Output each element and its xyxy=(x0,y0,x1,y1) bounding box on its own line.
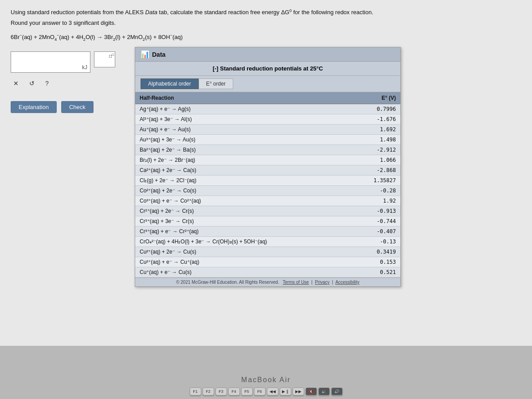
table-row: Cr³⁺(aq) + 3e⁻ → Cr(s)-0.744 xyxy=(135,216,400,227)
reaction-eo: 1.92 xyxy=(351,196,400,206)
action-buttons: Explanation Check xyxy=(11,101,126,113)
privacy-link[interactable]: Privacy xyxy=(315,280,329,285)
reaction-eo: 0.521 xyxy=(351,267,400,278)
panel-footer: © 2021 McGraw-Hill Education. All Rights… xyxy=(135,278,400,286)
reactions-table-area[interactable]: Half-Reaction E° (V) Ag⁺(aq) + e⁻ → Ag(s… xyxy=(135,92,400,278)
tab-row: Alphabetical order E° order xyxy=(135,76,400,92)
reaction-eo: -2.868 xyxy=(351,165,400,176)
table-row: Au³⁺(aq) + 3e⁻ → Au(s)1.498 xyxy=(135,135,400,145)
table-row: Br₂(l) + 2e⁻ → 2Br⁻(aq)1.066 xyxy=(135,155,400,165)
reaction-formula: Co²⁺(aq) + 2e⁻ → Co(s) xyxy=(135,186,351,196)
tab-alphabetical[interactable]: Alphabetical order xyxy=(141,78,199,89)
tab-eo-order[interactable]: E° order xyxy=(199,78,233,89)
terms-link[interactable]: Terms of Use xyxy=(283,280,309,285)
table-row: Co²⁺(aq) + 2e⁻ → Co(s)-0.28 xyxy=(135,186,400,196)
reaction-formula: Cu²⁺(aq) + e⁻ → Cu⁺(aq) xyxy=(135,257,351,267)
table-row: Cl₂(g) + 2e⁻ → 2Cl⁻(aq)1.35827 xyxy=(135,176,400,186)
help-button[interactable]: ? xyxy=(43,79,51,88)
key-f7[interactable]: ◀◀ xyxy=(267,387,278,395)
table-row: Cr²⁺(aq) + 2e⁻ → Cr(s)-0.913 xyxy=(135,206,400,216)
table-row: Au⁺(aq) + e⁻ → Au(s)1.692 xyxy=(135,125,400,135)
key-f12[interactable]: 🔊 xyxy=(331,387,343,395)
panel-title: [-] Standard reduction potentials at 25°… xyxy=(135,62,400,76)
reaction-eo: -0.28 xyxy=(351,186,400,196)
reaction-formula: Cr³⁺(aq) + e⁻ → Cr²⁺(aq) xyxy=(135,227,351,237)
table-row: Al³⁺(aq) + 3e⁻ → Al(s)-1.676 xyxy=(135,114,400,125)
reaction-formula: Cr³⁺(aq) + 3e⁻ → Cr(s) xyxy=(135,216,351,227)
keyboard-row: F1 F2 F3 F4 F5 F6 ◀◀ ▶ ‖ ▶▶ 🔇 🔉 🔊 xyxy=(190,387,343,395)
macbook-label: MacBook Air xyxy=(241,376,291,384)
reaction-formula: Ag⁺(aq) + e⁻ → Ag(s) xyxy=(135,104,351,114)
key-f2[interactable]: F2 xyxy=(203,387,214,395)
data-panel: 📊 Data [-] Standard reduction potentials… xyxy=(135,47,401,287)
keyboard-area: MacBook Air F1 F2 F3 F4 F5 F6 ◀◀ ▶ ‖ ▶▶ … xyxy=(0,346,532,399)
reaction-eo: 0.7996 xyxy=(351,104,400,114)
key-f6[interactable]: F6 xyxy=(254,387,266,395)
question-line2: Round your answer to 3 significant digit… xyxy=(11,20,521,26)
reaction-formula: CrO₄²⁻(aq) + 4H₂O(l) + 3e⁻ → Cr(OH)₃(s) … xyxy=(135,237,351,247)
copyright-text: © 2021 McGraw-Hill Education. All Rights… xyxy=(176,280,279,285)
reaction-eo: 0.3419 xyxy=(351,247,400,257)
exponent-input[interactable]: □□ xyxy=(94,51,115,67)
reaction-eo: -0.407 xyxy=(351,227,400,237)
clear-button[interactable]: ✕ xyxy=(11,79,21,88)
data-panel-title: Data xyxy=(152,51,165,58)
reaction-formula: Co³⁺(aq) + e⁻ → Co²⁺(aq) xyxy=(135,196,351,206)
key-f9[interactable]: ▶▶ xyxy=(293,387,304,395)
table-row: Cu²⁺(aq) + 2e⁻ → Cu(s)0.3419 xyxy=(135,247,400,257)
reaction-eo: -1.676 xyxy=(351,114,400,125)
reaction-eo: 1.066 xyxy=(351,155,400,165)
key-f11[interactable]: 🔉 xyxy=(318,387,330,395)
superscript-icon: □□ xyxy=(109,53,114,59)
check-button[interactable]: Check xyxy=(61,101,94,113)
table-row: Ca²⁺(aq) + 2e⁻ → Ca(s)-2.868 xyxy=(135,165,400,176)
reaction-eo: -2.912 xyxy=(351,145,400,155)
table-row: Ag⁺(aq) + e⁻ → Ag(s)0.7996 xyxy=(135,104,400,114)
col-header-eo: E° (V) xyxy=(351,92,400,104)
table-row: Cu⁺(aq) + e⁻ → Cu(s)0.521 xyxy=(135,267,400,278)
reaction-eo: -0.744 xyxy=(351,216,400,227)
bar-chart-icon: 📊 xyxy=(141,50,149,59)
reaction-eo: -0.13 xyxy=(351,237,400,247)
reaction-eo: 1.498 xyxy=(351,135,400,145)
answer-area: kJ □□ ✕ ↺ ? Explanation Check xyxy=(11,47,126,113)
reaction-eo: 1.692 xyxy=(351,125,400,135)
reaction-eo: 0.153 xyxy=(351,257,400,267)
reaction-formula: Au⁺(aq) + e⁻ → Au(s) xyxy=(135,125,351,135)
table-row: Cr³⁺(aq) + e⁻ → Cr²⁺(aq)-0.407 xyxy=(135,227,400,237)
key-f8[interactable]: ▶ ‖ xyxy=(280,387,291,395)
key-f5[interactable]: F5 xyxy=(241,387,253,395)
undo-button[interactable]: ↺ xyxy=(27,79,37,88)
equation: 6Br−(aq) + 2MnO4−(aq) + 4H2O(l) → 3Br2(l… xyxy=(11,32,521,43)
controls-row: ✕ ↺ ? xyxy=(11,79,126,88)
data-panel-header: 📊 Data xyxy=(135,47,400,62)
key-f4[interactable]: F4 xyxy=(228,387,240,395)
col-header-half-reaction: Half-Reaction xyxy=(135,92,351,104)
answer-input[interactable]: kJ xyxy=(11,51,90,73)
reaction-formula: Ba²⁺(aq) + 2e⁻ → Ba(s) xyxy=(135,145,351,155)
key-f10[interactable]: 🔇 xyxy=(305,387,317,395)
question-line1: Using standard reduction potentials from… xyxy=(11,8,521,17)
reaction-formula: Cr²⁺(aq) + 2e⁻ → Cr(s) xyxy=(135,206,351,216)
reaction-formula: Ca²⁺(aq) + 2e⁻ → Ca(s) xyxy=(135,165,351,176)
reaction-formula: Au³⁺(aq) + 3e⁻ → Au(s) xyxy=(135,135,351,145)
table-row: Cu²⁺(aq) + e⁻ → Cu⁺(aq)0.153 xyxy=(135,257,400,267)
reaction-formula: Cu²⁺(aq) + 2e⁻ → Cu(s) xyxy=(135,247,351,257)
reaction-eo: 1.35827 xyxy=(351,176,400,186)
table-row: Ba²⁺(aq) + 2e⁻ → Ba(s)-2.912 xyxy=(135,145,400,155)
explanation-button[interactable]: Explanation xyxy=(11,101,57,113)
reaction-formula: Cu⁺(aq) + e⁻ → Cu(s) xyxy=(135,267,351,278)
reaction-formula: Cl₂(g) + 2e⁻ → 2Cl⁻(aq) xyxy=(135,176,351,186)
kj-label: kJ xyxy=(82,64,87,70)
reaction-eo: -0.913 xyxy=(351,206,400,216)
accessibility-link[interactable]: Accessibility xyxy=(335,280,359,285)
table-row: Co³⁺(aq) + e⁻ → Co²⁺(aq)1.92 xyxy=(135,196,400,206)
reaction-formula: Br₂(l) + 2e⁻ → 2Br⁻(aq) xyxy=(135,155,351,165)
table-row: CrO₄²⁻(aq) + 4H₂O(l) + 3e⁻ → Cr(OH)₃(s) … xyxy=(135,237,400,247)
reaction-formula: Al³⁺(aq) + 3e⁻ → Al(s) xyxy=(135,114,351,125)
reactions-table: Half-Reaction E° (V) Ag⁺(aq) + e⁻ → Ag(s… xyxy=(135,92,400,278)
key-f1[interactable]: F1 xyxy=(190,387,201,395)
key-f3[interactable]: F3 xyxy=(215,387,227,395)
